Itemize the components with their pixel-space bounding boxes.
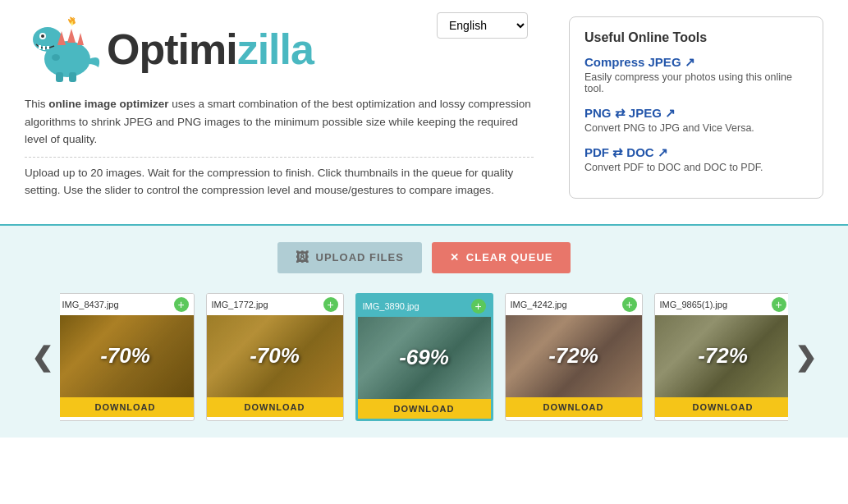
svg-rect-9 (47, 46, 49, 49)
thumbnail-card[interactable]: IMG_4242.jpg+-72%DOWNLOAD (505, 293, 643, 421)
logo-text: Optimizilla (107, 25, 314, 74)
upload-icon: 🖼 (296, 250, 309, 265)
thumb-overlay: -70% (207, 315, 343, 397)
description-2: Upload up to 20 images. Wait for the com… (25, 164, 534, 199)
clear-icon: ✕ (450, 251, 460, 263)
divider (25, 157, 534, 158)
thumb-image-wrap: -72% (506, 315, 642, 397)
download-button[interactable]: DOWNLOAD (358, 399, 491, 419)
next-nav-button[interactable]: ❯ (788, 341, 823, 373)
upload-files-button[interactable]: 🖼 UPLOAD FILES (277, 242, 422, 273)
thumbnail-card[interactable]: IMG_3890.jpg+-69%DOWNLOAD (355, 293, 493, 421)
compression-label: -72% (548, 343, 598, 369)
thumb-header: IMG_9865(1).jpg+ (655, 294, 789, 315)
thumbnails-container: IMG_8437.jpg+-70%DOWNLOADIMG_1772.jpg+-7… (60, 293, 788, 421)
thumb-image-wrap: -70% (207, 315, 343, 397)
thumb-filename: IMG_1772.jpg (212, 300, 268, 309)
thumb-overlay: -70% (60, 315, 194, 397)
svg-point-12 (52, 54, 60, 61)
language-selector-wrap: English Spanish French German (437, 12, 528, 39)
compression-label: -70% (100, 343, 150, 369)
thumb-filename: IMG_8437.jpg (62, 300, 119, 309)
thumbnail-card[interactable]: IMG_9865(1).jpg+-72%DOWNLOAD (654, 293, 789, 421)
svg-rect-8 (43, 46, 45, 50)
compression-label: -69% (399, 345, 449, 370)
thumb-overlay: -69% (358, 317, 491, 399)
prev-nav-button[interactable]: ❮ (25, 341, 60, 373)
svg-rect-7 (39, 45, 41, 49)
thumb-header: IMG_3890.jpg+ (358, 296, 491, 317)
png-jpeg-link[interactable]: PNG ⇄ JPEG ↗ (584, 106, 676, 121)
thumb-image-wrap: -70% (60, 315, 194, 397)
thumb-add-icon[interactable]: + (772, 297, 786, 312)
thumb-filename: IMG_3890.jpg (363, 301, 419, 311)
svg-marker-3 (67, 29, 76, 43)
svg-marker-4 (77, 33, 84, 45)
compress-jpeg-desc: Easily compress your photos using this o… (584, 71, 808, 94)
thumb-add-icon[interactable]: + (323, 297, 338, 312)
download-button[interactable]: DOWNLOAD (207, 397, 343, 417)
thumb-add-icon[interactable]: + (622, 297, 637, 312)
compression-label: -72% (698, 343, 748, 369)
compression-label: -70% (250, 343, 300, 369)
download-button[interactable]: DOWNLOAD (506, 397, 642, 417)
useful-tools-panel: Useful Online Tools Compress JPEG ↗ Easi… (569, 16, 823, 199)
header-section: Optimizilla This online image optimizer … (0, 0, 848, 208)
svg-rect-11 (69, 72, 76, 82)
image-queue: ❮ IMG_8437.jpg+-70%DOWNLOADIMG_1772.jpg+… (25, 293, 823, 421)
download-button[interactable]: DOWNLOAD (655, 397, 789, 417)
thumb-add-icon[interactable]: + (174, 297, 189, 312)
upload-buttons: 🖼 UPLOAD FILES ✕ CLEAR QUEUE (25, 242, 823, 273)
pdf-doc-desc: Convert PDF to DOC and DOC to PDF. (584, 162, 808, 173)
thumb-header: IMG_1772.jpg+ (207, 294, 343, 315)
description-1: This online image optimizer uses a smart… (25, 95, 534, 149)
download-button[interactable]: DOWNLOAD (60, 397, 194, 417)
dino-logo-icon (25, 16, 107, 82)
thumb-image-wrap: -72% (655, 315, 789, 397)
thumb-filename: IMG_4242.jpg (511, 300, 567, 309)
png-jpeg-desc: Convert PNG to JPG and Vice Versa. (584, 122, 808, 134)
clear-queue-button[interactable]: ✕ CLEAR QUEUE (432, 242, 571, 273)
svg-rect-10 (56, 72, 63, 82)
thumbnail-card[interactable]: IMG_1772.jpg+-70%DOWNLOAD (206, 293, 344, 421)
thumbnail-card[interactable]: IMG_8437.jpg+-70%DOWNLOAD (60, 293, 195, 421)
left-panel: Optimizilla This online image optimizer … (25, 16, 534, 199)
useful-tools-title: Useful Online Tools (584, 30, 808, 45)
compress-jpeg-link[interactable]: Compress JPEG ↗ (584, 55, 695, 70)
thumb-filename: IMG_9865(1).jpg (660, 300, 728, 309)
thumb-header: IMG_4242.jpg+ (506, 294, 642, 315)
thumb-header: IMG_8437.jpg+ (60, 294, 194, 315)
upload-section: 🖼 UPLOAD FILES ✕ CLEAR QUEUE ❮ IMG_8437.… (0, 224, 848, 438)
language-select[interactable]: English Spanish French German (437, 12, 528, 39)
pdf-doc-link[interactable]: PDF ⇄ DOC ↗ (584, 145, 668, 160)
thumb-overlay: -72% (506, 315, 642, 397)
thumb-image-wrap: -69% (358, 317, 491, 399)
svg-point-6 (41, 34, 44, 38)
thumb-overlay: -72% (655, 315, 789, 397)
thumb-add-icon[interactable]: + (471, 299, 486, 314)
